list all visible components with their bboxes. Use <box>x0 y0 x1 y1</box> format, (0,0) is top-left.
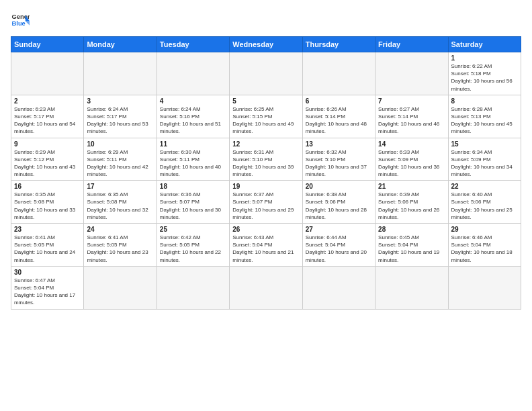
calendar-cell: 14Sunrise: 6:33 AMSunset: 5:09 PMDayligh… <box>375 138 448 181</box>
day-info: Sunrise: 6:40 AMSunset: 5:06 PMDaylight:… <box>451 191 518 221</box>
day-info: Sunrise: 6:35 AMSunset: 5:08 PMDaylight:… <box>14 191 81 221</box>
week-row-4: 16Sunrise: 6:35 AMSunset: 5:08 PMDayligh… <box>11 181 521 224</box>
calendar-cell: 25Sunrise: 6:42 AMSunset: 5:05 PMDayligh… <box>157 224 229 267</box>
day-number: 26 <box>232 226 299 233</box>
weekday-header-row: SundayMondayTuesdayWednesdayThursdayFrid… <box>11 37 521 52</box>
day-info: Sunrise: 6:38 AMSunset: 5:06 PMDaylight:… <box>306 191 372 221</box>
calendar-cell: 17Sunrise: 6:35 AMSunset: 5:08 PMDayligh… <box>84 181 157 224</box>
calendar-cell: 28Sunrise: 6:45 AMSunset: 5:04 PMDayligh… <box>375 224 448 267</box>
calendar-cell <box>11 52 84 95</box>
day-number: 18 <box>160 183 226 190</box>
calendar-cell <box>84 52 157 95</box>
logo: General Blue <box>11 11 30 30</box>
svg-text:Blue: Blue <box>12 20 26 27</box>
day-info: Sunrise: 6:36 AMSunset: 5:07 PMDaylight:… <box>160 191 226 221</box>
calendar-cell <box>157 52 229 95</box>
calendar-cell: 9Sunrise: 6:29 AMSunset: 5:12 PMDaylight… <box>11 138 84 181</box>
day-number: 28 <box>378 226 445 233</box>
calendar-cell: 19Sunrise: 6:37 AMSunset: 5:07 PMDayligh… <box>230 181 302 224</box>
calendar-cell: 3Sunrise: 6:24 AMSunset: 5:17 PMDaylight… <box>84 95 157 138</box>
day-number: 20 <box>306 183 372 190</box>
calendar-cell: 10Sunrise: 6:29 AMSunset: 5:11 PMDayligh… <box>84 138 157 181</box>
logo-icon: General Blue <box>11 11 30 30</box>
day-number: 22 <box>451 183 518 190</box>
calendar-cell: 24Sunrise: 6:41 AMSunset: 5:05 PMDayligh… <box>84 224 157 267</box>
calendar-cell <box>230 52 302 95</box>
day-info: Sunrise: 6:26 AMSunset: 5:14 PMDaylight:… <box>306 105 372 136</box>
day-info: Sunrise: 6:33 AMSunset: 5:09 PMDaylight:… <box>378 148 445 179</box>
day-number: 19 <box>232 183 299 190</box>
day-info: Sunrise: 6:42 AMSunset: 5:05 PMDaylight:… <box>160 234 226 264</box>
day-info: Sunrise: 6:22 AMSunset: 5:18 PMDaylight:… <box>451 62 518 93</box>
svg-marker-3 <box>26 21 30 26</box>
calendar-cell: 30Sunrise: 6:47 AMSunset: 5:04 PMDayligh… <box>11 266 84 309</box>
day-number: 23 <box>14 226 81 233</box>
day-info: Sunrise: 6:43 AMSunset: 5:04 PMDaylight:… <box>232 234 299 264</box>
weekday-header-sunday: Sunday <box>11 37 84 52</box>
day-number: 7 <box>378 97 445 105</box>
week-row-6: 30Sunrise: 6:47 AMSunset: 5:04 PMDayligh… <box>11 266 521 309</box>
calendar-cell: 5Sunrise: 6:25 AMSunset: 5:15 PMDaylight… <box>230 95 302 138</box>
day-number: 3 <box>87 97 153 105</box>
day-number: 16 <box>14 183 81 190</box>
calendar-cell <box>302 52 375 95</box>
day-info: Sunrise: 6:45 AMSunset: 5:04 PMDaylight:… <box>378 234 445 264</box>
day-number: 24 <box>87 226 153 233</box>
calendar-cell <box>302 266 375 309</box>
day-info: Sunrise: 6:24 AMSunset: 5:16 PMDaylight:… <box>160 105 226 136</box>
day-info: Sunrise: 6:46 AMSunset: 5:04 PMDaylight:… <box>451 234 518 264</box>
day-number: 27 <box>306 226 372 233</box>
day-number: 29 <box>451 226 518 233</box>
calendar-cell: 21Sunrise: 6:39 AMSunset: 5:06 PMDayligh… <box>375 181 448 224</box>
day-info: Sunrise: 6:28 AMSunset: 5:13 PMDaylight:… <box>451 105 518 136</box>
day-number: 11 <box>160 140 226 148</box>
calendar-cell <box>157 266 229 309</box>
day-info: Sunrise: 6:30 AMSunset: 5:11 PMDaylight:… <box>160 148 226 179</box>
week-row-5: 23Sunrise: 6:41 AMSunset: 5:05 PMDayligh… <box>11 224 521 267</box>
day-info: Sunrise: 6:29 AMSunset: 5:11 PMDaylight:… <box>87 148 153 179</box>
day-number: 9 <box>14 140 81 148</box>
calendar-cell: 20Sunrise: 6:38 AMSunset: 5:06 PMDayligh… <box>302 181 375 224</box>
day-info: Sunrise: 6:41 AMSunset: 5:05 PMDaylight:… <box>14 234 81 264</box>
calendar-cell <box>84 266 157 309</box>
day-number: 25 <box>160 226 226 233</box>
day-number: 8 <box>451 97 518 105</box>
day-info: Sunrise: 6:41 AMSunset: 5:05 PMDaylight:… <box>87 234 153 264</box>
day-number: 5 <box>232 97 299 105</box>
calendar-cell <box>375 266 448 309</box>
calendar-table: SundayMondayTuesdayWednesdayThursdayFrid… <box>11 36 521 310</box>
page: General Blue SundayMondayTuesdayWednesda… <box>0 0 532 411</box>
day-info: Sunrise: 6:24 AMSunset: 5:17 PMDaylight:… <box>87 105 153 136</box>
day-info: Sunrise: 6:31 AMSunset: 5:10 PMDaylight:… <box>232 148 299 179</box>
calendar-cell: 4Sunrise: 6:24 AMSunset: 5:16 PMDaylight… <box>157 95 229 138</box>
day-number: 15 <box>451 140 518 148</box>
calendar-cell: 7Sunrise: 6:27 AMSunset: 5:14 PMDaylight… <box>375 95 448 138</box>
day-info: Sunrise: 6:29 AMSunset: 5:12 PMDaylight:… <box>14 148 81 179</box>
day-number: 17 <box>87 183 153 190</box>
calendar-cell: 1Sunrise: 6:22 AMSunset: 5:18 PMDaylight… <box>448 52 521 95</box>
day-number: 6 <box>306 97 372 105</box>
calendar-cell: 29Sunrise: 6:46 AMSunset: 5:04 PMDayligh… <box>448 224 521 267</box>
calendar-cell <box>230 266 302 309</box>
day-info: Sunrise: 6:23 AMSunset: 5:17 PMDaylight:… <box>14 105 81 136</box>
header: General Blue <box>11 11 521 30</box>
calendar-cell: 23Sunrise: 6:41 AMSunset: 5:05 PMDayligh… <box>11 224 84 267</box>
day-info: Sunrise: 6:44 AMSunset: 5:04 PMDaylight:… <box>306 234 372 264</box>
weekday-header-thursday: Thursday <box>302 37 375 52</box>
day-number: 4 <box>160 97 226 105</box>
day-info: Sunrise: 6:34 AMSunset: 5:09 PMDaylight:… <box>451 148 518 179</box>
day-info: Sunrise: 6:37 AMSunset: 5:07 PMDaylight:… <box>232 191 299 221</box>
calendar-cell <box>448 266 521 309</box>
week-row-1: 1Sunrise: 6:22 AMSunset: 5:18 PMDaylight… <box>11 52 521 95</box>
day-info: Sunrise: 6:47 AMSunset: 5:04 PMDaylight:… <box>14 277 81 307</box>
week-row-2: 2Sunrise: 6:23 AMSunset: 5:17 PMDaylight… <box>11 95 521 138</box>
day-number: 13 <box>306 140 372 148</box>
weekday-header-monday: Monday <box>84 37 157 52</box>
calendar-cell: 22Sunrise: 6:40 AMSunset: 5:06 PMDayligh… <box>448 181 521 224</box>
day-info: Sunrise: 6:27 AMSunset: 5:14 PMDaylight:… <box>378 105 445 136</box>
calendar-cell: 13Sunrise: 6:32 AMSunset: 5:10 PMDayligh… <box>302 138 375 181</box>
week-row-3: 9Sunrise: 6:29 AMSunset: 5:12 PMDaylight… <box>11 138 521 181</box>
day-number: 10 <box>87 140 153 148</box>
calendar-cell: 15Sunrise: 6:34 AMSunset: 5:09 PMDayligh… <box>448 138 521 181</box>
calendar-cell <box>375 52 448 95</box>
